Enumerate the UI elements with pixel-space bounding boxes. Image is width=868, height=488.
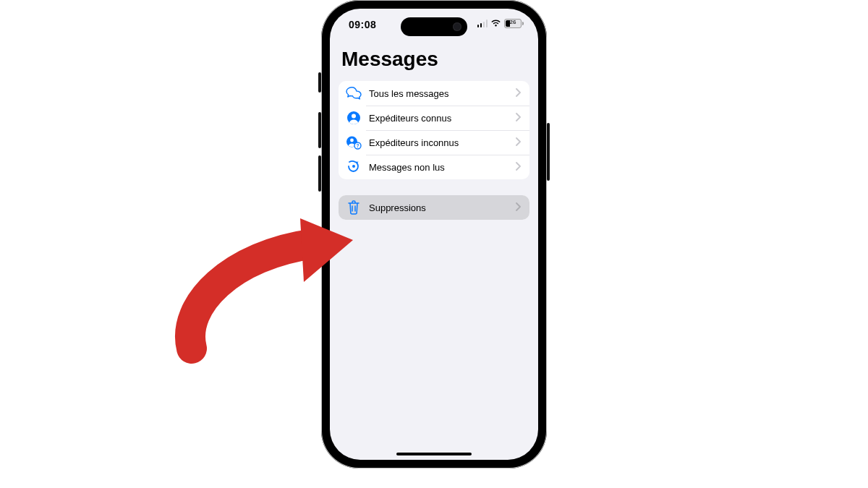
svg-point-7: [352, 165, 355, 168]
filter-label: Tous les messages: [369, 88, 516, 99]
filter-label: Expéditeurs inconnus: [369, 137, 516, 148]
deleted-row[interactable]: Suppressions: [339, 195, 529, 220]
chevron-right-icon: [516, 88, 521, 99]
volume-down-button: [318, 155, 321, 192]
filter-row-unknown[interactable]: ? Expéditeurs inconnus: [339, 130, 529, 155]
filters-group: Tous les messages Expéditeurs connus: [339, 81, 529, 179]
deleted-group: Suppressions: [339, 195, 529, 220]
deleted-label: Suppressions: [369, 202, 516, 213]
person-unknown-icon: ?: [346, 134, 362, 150]
chat-bubbles-icon: [346, 85, 362, 101]
home-indicator[interactable]: [396, 453, 472, 455]
trash-icon: [346, 200, 362, 215]
person-circle-icon: [346, 110, 362, 126]
page-title: Messages: [341, 48, 527, 71]
dynamic-island: [401, 17, 467, 36]
svg-point-1: [352, 114, 356, 119]
chevron-right-icon: [516, 113, 521, 124]
chevron-right-icon: [516, 137, 521, 148]
power-button: [547, 123, 550, 181]
refresh-bubble-icon: [346, 159, 362, 175]
svg-text:?: ?: [357, 143, 359, 148]
svg-point-3: [350, 139, 354, 142]
cellular-signal-icon: [477, 20, 488, 27]
status-time: 09:08: [349, 19, 376, 30]
battery-percent: 26: [505, 19, 521, 25]
filter-row-unread[interactable]: Messages non lus: [339, 155, 529, 179]
front-camera: [453, 22, 461, 31]
filter-row-all[interactable]: Tous les messages: [339, 81, 529, 106]
status-right-cluster: 26: [477, 19, 524, 28]
mute-switch: [318, 72, 321, 93]
chevron-right-icon: [516, 162, 521, 173]
filter-label: Messages non lus: [369, 162, 516, 173]
filter-label: Expéditeurs connus: [369, 113, 516, 124]
volume-up-button: [318, 112, 321, 148]
wifi-icon: [490, 20, 501, 27]
chevron-right-icon: [516, 202, 521, 213]
phone-screen: 09:08 26: [330, 9, 538, 460]
filter-row-known[interactable]: Expéditeurs connus: [339, 106, 529, 130]
phone-frame: 09:08 26: [321, 0, 547, 468]
battery-icon: 26: [504, 19, 524, 28]
